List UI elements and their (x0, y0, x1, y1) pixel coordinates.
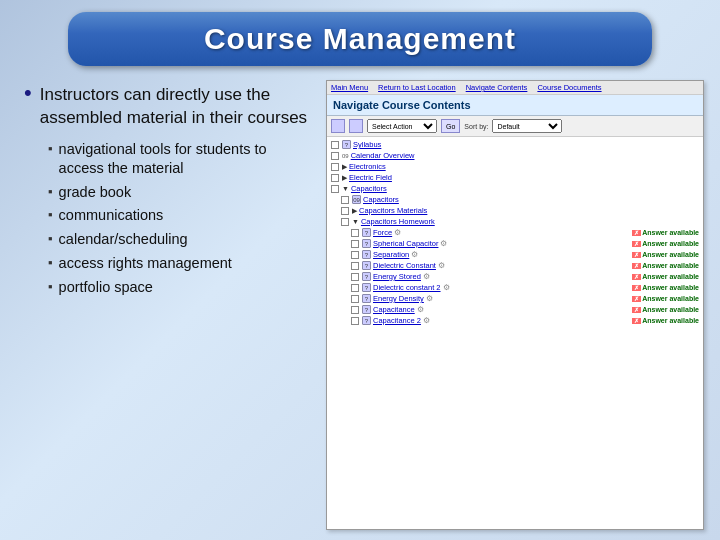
sub-bullets-list: ▪ navigational tools for students to acc… (48, 140, 308, 297)
nav-contents[interactable]: Navigate Contents (466, 83, 528, 92)
item-type-icon: ? (362, 228, 371, 237)
nav-return[interactable]: Return to Last Location (378, 83, 456, 92)
item-label[interactable]: Separation (373, 250, 409, 259)
select-action-dropdown[interactable]: Select Action (367, 119, 437, 133)
toolbar-icon-1 (331, 119, 345, 133)
toolbar: Select Action Go Sort by: Default (327, 116, 703, 137)
item-label[interactable]: Dielectric constant 2 (373, 283, 441, 292)
item-label[interactable]: Capacitors Homework (361, 217, 435, 226)
answer-badge: ✗ Answer available (630, 284, 700, 291)
list-item: ? Capacitance 2 ⚙ ✗ Answer available (351, 315, 699, 326)
list-item: ? Energy Stored ⚙ ✗ Answer available (351, 271, 699, 282)
item-checkbox[interactable] (351, 251, 359, 259)
item-checkbox[interactable] (331, 185, 339, 193)
list-item: ? Spherical Capacitor ⚙ ✗ Answer availab… (351, 238, 699, 249)
section-title: Navigate Course Contents (333, 99, 697, 111)
list-item: ▼ Capacitors Homework (341, 216, 699, 227)
main-bullet-item: • Instructors can directly use the assem… (24, 84, 308, 130)
item-checkbox[interactable] (351, 229, 359, 237)
item-label[interactable]: Spherical Capacitor (373, 239, 438, 248)
expand-icon[interactable]: ▶ (342, 163, 347, 171)
sub-bullet-marker-4: ▪ (48, 256, 53, 269)
answer-badge: ✗ Answer available (630, 229, 700, 236)
gear-icon: ⚙ (443, 283, 450, 292)
sub-bullet-text-1: grade book (59, 183, 132, 202)
item-label[interactable]: Energy Stored (373, 272, 421, 281)
item-label[interactable]: Capacitors Materials (359, 206, 427, 215)
item-checkbox[interactable] (341, 196, 349, 204)
list-item: ? Force ⚙ ✗ Answer available (351, 227, 699, 238)
toolbar-icon-2 (349, 119, 363, 133)
main-bullet-text: Instructors can directly use the assembl… (40, 84, 308, 130)
item-label[interactable]: Energy Density (373, 294, 424, 303)
item-type-icon: ? (362, 283, 371, 292)
expand-icon[interactable]: ▼ (352, 218, 359, 225)
item-label[interactable]: Capacitance (373, 305, 415, 314)
item-label[interactable]: Capacitors (363, 195, 399, 204)
answer-box: ✗ (632, 230, 641, 236)
slide: Course Management • Instructors can dire… (0, 0, 720, 540)
go-button[interactable]: Go (441, 119, 460, 133)
item-checkbox[interactable] (351, 295, 359, 303)
list-item: ? Separation ⚙ ✗ Answer available (351, 249, 699, 260)
item-type-icon: ? (362, 250, 371, 259)
item-label[interactable]: Force (373, 228, 392, 237)
item-checkbox[interactable] (331, 141, 339, 149)
item-type-icon: ? (362, 316, 371, 325)
nav-docs[interactable]: Course Documents (537, 83, 601, 92)
expand-icon[interactable]: ▼ (342, 185, 349, 192)
answer-box: ✗ (632, 263, 641, 269)
expand-icon[interactable]: ▶ (342, 174, 347, 182)
item-label[interactable]: Dielectric Constant (373, 261, 436, 270)
content-header: Navigate Course Contents (327, 95, 703, 116)
answer-badge: ✗ Answer available (630, 306, 700, 313)
expand-icon[interactable]: ▶ (352, 207, 357, 215)
item-label[interactable]: Calendar Overview (351, 151, 415, 160)
nav-main-menu[interactable]: Main Menu (331, 83, 368, 92)
sub-bullet-text-0: navigational tools for students to acces… (59, 140, 308, 178)
item-checkbox[interactable] (351, 240, 359, 248)
answer-box: ✗ (632, 307, 641, 313)
item-label[interactable]: Electric Field (349, 173, 392, 182)
sub-bullet-marker-5: ▪ (48, 280, 53, 293)
item-checkbox[interactable] (351, 317, 359, 325)
list-item: ? Syllabus (331, 139, 699, 150)
item-checkbox[interactable] (331, 174, 339, 182)
sub-bullet-3: ▪ calendar/scheduling (48, 230, 308, 249)
main-bullet-dot: • (24, 82, 32, 104)
item-checkbox[interactable] (351, 262, 359, 270)
item-label[interactable]: Syllabus (353, 140, 381, 149)
gear-icon: ⚙ (394, 228, 401, 237)
slide-title: Course Management (108, 22, 613, 56)
sort-dropdown[interactable]: Default (492, 119, 562, 133)
item-type-icon: ? (362, 261, 371, 270)
item-checkbox[interactable] (331, 152, 339, 160)
item-type-icon: ? (362, 294, 371, 303)
list-item: ▶ Electronics (331, 161, 699, 172)
answer-box: ✗ (632, 296, 641, 302)
item-label[interactable]: Capacitors (351, 184, 387, 193)
list-item: ? Energy Density ⚙ ✗ Answer available (351, 293, 699, 304)
item-checkbox[interactable] (341, 207, 349, 215)
item-label[interactable]: Capacitance 2 (373, 316, 421, 325)
item-checkbox[interactable] (351, 306, 359, 314)
item-checkbox[interactable] (351, 284, 359, 292)
gear-icon: ⚙ (423, 316, 430, 325)
title-bar: Course Management (68, 12, 653, 66)
item-checkbox[interactable] (351, 273, 359, 281)
sub-bullet-text-4: access rights management (59, 254, 232, 273)
nav-bar: Main Menu Return to Last Location Naviga… (327, 81, 703, 95)
gear-icon: ⚙ (426, 294, 433, 303)
list-item: ? Dielectric constant 2 ⚙ ✗ Answer avail… (351, 282, 699, 293)
gear-icon: ⚙ (423, 272, 430, 281)
gear-icon: ⚙ (440, 239, 447, 248)
sub-bullet-4: ▪ access rights management (48, 254, 308, 273)
item-label[interactable]: Electronics (349, 162, 386, 171)
answer-box: ✗ (632, 318, 641, 324)
sub-bullet-1: ▪ grade book (48, 183, 308, 202)
item-checkbox[interactable] (331, 163, 339, 171)
gear-icon: ⚙ (417, 305, 424, 314)
item-checkbox[interactable] (341, 218, 349, 226)
answer-badge: ✗ Answer available (630, 240, 700, 247)
list-item: 09 Capacitors (341, 194, 699, 205)
